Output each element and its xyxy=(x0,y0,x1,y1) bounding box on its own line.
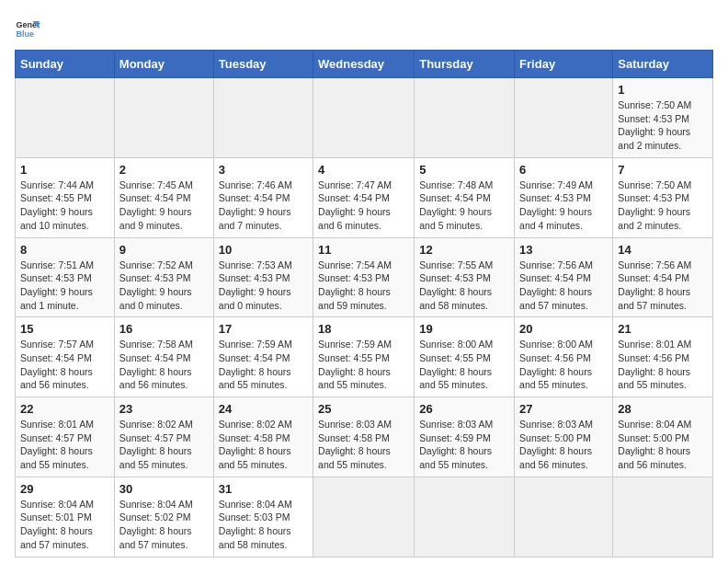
day-info: Sunrise: 7:57 AMSunset: 4:54 PMDaylight:… xyxy=(20,338,109,392)
day-info: Sunrise: 7:45 AMSunset: 4:54 PMDaylight:… xyxy=(119,178,209,233)
day-info: Sunrise: 7:52 AMSunset: 4:53 PMDaylight:… xyxy=(119,259,209,313)
calendar-cell: 13 Sunrise: 7:56 AMSunset: 4:54 PMDaylig… xyxy=(515,237,613,317)
calendar-cell: 8 Sunrise: 7:51 AMSunset: 4:53 PMDayligh… xyxy=(16,237,115,317)
calendar-cell: 24 Sunrise: 8:02 AMSunset: 4:58 PMDaylig… xyxy=(213,397,313,477)
day-number: 18 xyxy=(318,322,409,336)
calendar-cell: 20 Sunrise: 8:00 AMSunset: 4:56 PMDaylig… xyxy=(515,317,613,397)
calendar-cell: 2 Sunrise: 7:45 AMSunset: 4:54 PMDayligh… xyxy=(114,157,213,237)
calendar-cell xyxy=(613,477,713,557)
calendar-cell xyxy=(515,78,613,158)
calendar-cell: 25 Sunrise: 8:03 AMSunset: 4:58 PMDaylig… xyxy=(313,397,415,477)
weekday-header-monday: Monday xyxy=(114,51,213,78)
calendar-cell: 14 Sunrise: 7:56 AMSunset: 4:54 PMDaylig… xyxy=(613,237,713,317)
calendar-cell: 15 Sunrise: 7:57 AMSunset: 4:54 PMDaylig… xyxy=(16,317,115,397)
calendar-cell: 21 Sunrise: 8:01 AMSunset: 4:56 PMDaylig… xyxy=(613,317,713,397)
calendar-cell: 9 Sunrise: 7:52 AMSunset: 4:53 PMDayligh… xyxy=(114,237,213,317)
day-info: Sunrise: 8:00 AMSunset: 4:56 PMDaylight:… xyxy=(519,338,608,392)
logo-icon: General Blue xyxy=(15,15,40,40)
day-number: 27 xyxy=(519,402,608,416)
weekday-header-thursday: Thursday xyxy=(415,51,515,78)
day-info: Sunrise: 8:04 AMSunset: 5:00 PMDaylight:… xyxy=(618,418,708,472)
calendar-cell: 17 Sunrise: 7:59 AMSunset: 4:54 PMDaylig… xyxy=(213,317,313,397)
day-number: 4 xyxy=(318,163,409,177)
day-number: 19 xyxy=(419,322,509,336)
day-info: Sunrise: 8:02 AMSunset: 4:58 PMDaylight:… xyxy=(219,418,308,472)
day-number: 3 xyxy=(219,163,308,177)
day-number: 5 xyxy=(419,163,509,177)
calendar-cell: 31 Sunrise: 8:04 AMSunset: 5:03 PMDaylig… xyxy=(213,477,313,557)
day-number: 20 xyxy=(519,322,608,336)
calendar-cell: 4 Sunrise: 7:47 AMSunset: 4:54 PMDayligh… xyxy=(313,157,415,237)
calendar-table: SundayMondayTuesdayWednesdayThursdayFrid… xyxy=(15,50,713,557)
calendar-week-row: 8 Sunrise: 7:51 AMSunset: 4:53 PMDayligh… xyxy=(16,237,713,317)
day-info: Sunrise: 8:03 AMSunset: 5:00 PMDaylight:… xyxy=(519,418,608,472)
calendar-cell: 22 Sunrise: 8:01 AMSunset: 4:57 PMDaylig… xyxy=(16,397,115,477)
day-number: 6 xyxy=(519,163,608,177)
day-info: Sunrise: 7:59 AMSunset: 4:54 PMDaylight:… xyxy=(219,338,308,392)
calendar-cell: 16 Sunrise: 7:58 AMSunset: 4:54 PMDaylig… xyxy=(114,317,213,397)
calendar-cell xyxy=(313,477,415,557)
day-number: 2 xyxy=(119,163,209,177)
day-number: 30 xyxy=(119,482,209,496)
day-info: Sunrise: 7:47 AMSunset: 4:54 PMDaylight:… xyxy=(318,178,409,233)
calendar-week-row: 15 Sunrise: 7:57 AMSunset: 4:54 PMDaylig… xyxy=(16,317,713,397)
day-number: 14 xyxy=(618,243,708,257)
day-info: Sunrise: 7:58 AMSunset: 4:54 PMDaylight:… xyxy=(119,338,209,392)
calendar-cell: 6 Sunrise: 7:49 AMSunset: 4:53 PMDayligh… xyxy=(515,157,613,237)
day-info: Sunrise: 7:56 AMSunset: 4:54 PMDaylight:… xyxy=(519,259,608,313)
day-info: Sunrise: 8:04 AMSunset: 5:03 PMDaylight:… xyxy=(219,498,308,552)
day-info: Sunrise: 7:51 AMSunset: 4:53 PMDaylight:… xyxy=(20,259,109,313)
calendar-week-row: 29 Sunrise: 8:04 AMSunset: 5:01 PMDaylig… xyxy=(16,477,713,557)
day-info: Sunrise: 7:50 AMSunset: 4:53 PMDaylight:… xyxy=(618,98,708,153)
calendar-week-row: 1 Sunrise: 7:44 AMSunset: 4:55 PMDayligh… xyxy=(16,157,713,237)
day-number: 24 xyxy=(219,402,308,416)
weekday-header-sunday: Sunday xyxy=(16,51,115,78)
day-number: 22 xyxy=(20,402,109,416)
day-number: 13 xyxy=(519,243,608,257)
day-number: 25 xyxy=(318,402,409,416)
day-number: 1 xyxy=(618,83,708,97)
day-number: 8 xyxy=(20,243,109,257)
calendar-cell xyxy=(415,78,515,158)
day-number: 11 xyxy=(318,243,409,257)
day-number: 23 xyxy=(119,402,209,416)
weekday-header-saturday: Saturday xyxy=(613,51,713,78)
day-info: Sunrise: 7:50 AMSunset: 4:53 PMDaylight:… xyxy=(618,178,708,233)
calendar-cell xyxy=(114,78,213,158)
day-info: Sunrise: 7:55 AMSunset: 4:53 PMDaylight:… xyxy=(419,259,509,313)
logo: General Blue xyxy=(15,15,44,40)
calendar-cell xyxy=(515,477,613,557)
day-info: Sunrise: 7:46 AMSunset: 4:54 PMDaylight:… xyxy=(219,178,308,233)
day-number: 26 xyxy=(419,402,509,416)
day-info: Sunrise: 7:56 AMSunset: 4:54 PMDaylight:… xyxy=(618,259,708,313)
calendar-cell: 12 Sunrise: 7:55 AMSunset: 4:53 PMDaylig… xyxy=(415,237,515,317)
calendar-week-row: 1 Sunrise: 7:50 AMSunset: 4:53 PMDayligh… xyxy=(16,78,713,158)
calendar-cell: 19 Sunrise: 8:00 AMSunset: 4:55 PMDaylig… xyxy=(415,317,515,397)
calendar-cell: 23 Sunrise: 8:02 AMSunset: 4:57 PMDaylig… xyxy=(114,397,213,477)
calendar-cell xyxy=(415,477,515,557)
day-number: 28 xyxy=(618,402,708,416)
day-info: Sunrise: 7:54 AMSunset: 4:53 PMDaylight:… xyxy=(318,259,409,313)
calendar-cell: 5 Sunrise: 7:48 AMSunset: 4:54 PMDayligh… xyxy=(415,157,515,237)
day-number: 1 xyxy=(20,163,109,177)
calendar-cell: 30 Sunrise: 8:04 AMSunset: 5:02 PMDaylig… xyxy=(114,477,213,557)
weekday-header-friday: Friday xyxy=(515,51,613,78)
day-number: 21 xyxy=(618,322,708,336)
calendar-cell: 29 Sunrise: 8:04 AMSunset: 5:01 PMDaylig… xyxy=(16,477,115,557)
weekday-header-wednesday: Wednesday xyxy=(313,51,415,78)
day-info: Sunrise: 8:00 AMSunset: 4:55 PMDaylight:… xyxy=(419,338,509,392)
day-info: Sunrise: 8:02 AMSunset: 4:57 PMDaylight:… xyxy=(119,418,209,472)
calendar-cell: 27 Sunrise: 8:03 AMSunset: 5:00 PMDaylig… xyxy=(515,397,613,477)
calendar-cell: 18 Sunrise: 7:59 AMSunset: 4:55 PMDaylig… xyxy=(313,317,415,397)
weekday-header-tuesday: Tuesday xyxy=(213,51,313,78)
day-number: 31 xyxy=(219,482,308,496)
calendar-cell xyxy=(213,78,313,158)
weekday-header-row: SundayMondayTuesdayWednesdayThursdayFrid… xyxy=(16,51,713,78)
calendar-cell xyxy=(313,78,415,158)
calendar-cell: 3 Sunrise: 7:46 AMSunset: 4:54 PMDayligh… xyxy=(213,157,313,237)
calendar-cell: 1 Sunrise: 7:50 AMSunset: 4:53 PMDayligh… xyxy=(613,78,713,158)
day-number: 15 xyxy=(20,322,109,336)
day-number: 17 xyxy=(219,322,308,336)
day-number: 29 xyxy=(20,482,109,496)
calendar-cell: 26 Sunrise: 8:03 AMSunset: 4:59 PMDaylig… xyxy=(415,397,515,477)
